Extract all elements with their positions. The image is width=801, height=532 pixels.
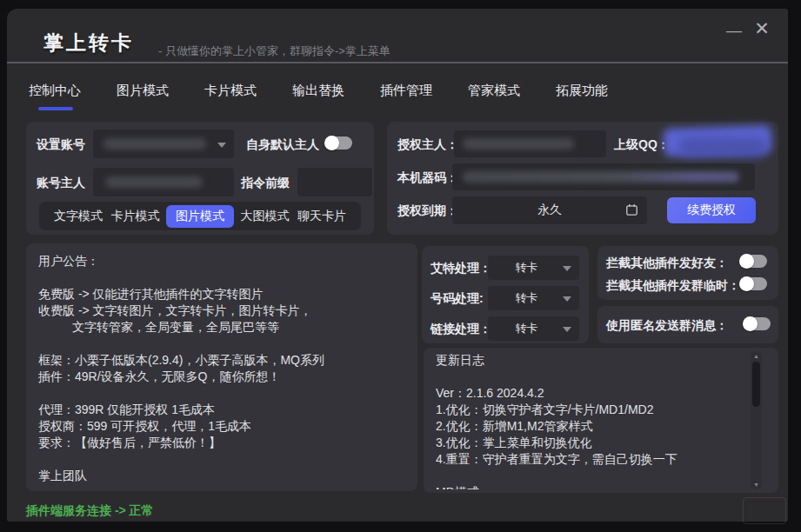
scroll-up-icon[interactable]: ▲: [751, 353, 762, 359]
chevron-down-icon: [563, 327, 571, 332]
processing-panel: 艾特处理： 转卡 号码处理: 转卡 链接处理： 转卡: [422, 246, 589, 343]
tab-label: 控制中心: [29, 83, 81, 97]
announcement-text: 用户公告： 免费版 -> 仅能进行其他插件的文字转图片 收费版 -> 文字转图片…: [38, 253, 409, 488]
tab-bar: 控制中心 图片模式 卡片模式 输出替换 插件管理 管家模式 拓展功能: [29, 83, 608, 112]
chevron-down-icon: [563, 266, 571, 271]
tab-label: 输出替换: [292, 83, 344, 97]
close-button[interactable]: ✕: [750, 16, 774, 42]
account-settings-panel: 设置账号 自身默认主人 账号主人 指令前缀 文字模式 卡片模式 图片模式 大图模…: [26, 122, 374, 235]
link-processing-value: 转卡: [516, 321, 538, 336]
tab-plugin-manage[interactable]: 插件管理: [380, 83, 432, 112]
tab-card-mode[interactable]: 卡片模式: [204, 83, 257, 112]
tab-image-mode[interactable]: 图片模式: [117, 83, 169, 112]
tab-label: 插件管理: [380, 83, 432, 97]
auth-owner-field[interactable]: [454, 130, 606, 157]
changelog-text: 更新日志 Ver：2.1.6 2024.4.2 1.优化：切换守护者文字/卡片/…: [436, 352, 747, 489]
number-processing-select[interactable]: 转卡: [488, 286, 579, 310]
at-processing-row: 艾特处理： 转卡: [422, 256, 589, 280]
intercept-group-temp-toggle[interactable]: [741, 277, 767, 290]
link-processing-row: 链接处理： 转卡: [422, 316, 589, 341]
at-processing-select[interactable]: 转卡: [488, 256, 579, 280]
at-processing-value: 转卡: [516, 260, 538, 276]
mode-bigimage[interactable]: 大图模式: [239, 205, 291, 228]
app-window: 掌上转卡 - 只做懂你的掌上小管家，群聊指令->掌上菜单 — ✕ 控制中心 图片…: [7, 9, 788, 522]
titlebar-divider: [7, 62, 788, 63]
anonymous-msg-label: 使用匿名发送群消息：: [606, 318, 728, 334]
chevron-down-icon: [217, 143, 226, 148]
tab-control-center[interactable]: 控制中心: [29, 83, 81, 112]
link-processing-label: 链接处理：: [431, 322, 491, 337]
anonymous-msg-toggle[interactable]: [744, 317, 771, 330]
intercept-switches-panel: 拦截其他插件发好友： 拦截其他插件发群临时：: [597, 246, 778, 300]
connection-status: 插件端服务连接 -> 正常: [26, 503, 154, 519]
tab-label: 图片模式: [117, 83, 169, 97]
number-processing-label: 号码处理:: [431, 291, 484, 307]
anonymous-switch-panel: 使用匿名发送群消息：: [597, 306, 778, 343]
renew-license-button[interactable]: 续费授权: [667, 197, 756, 223]
mode-text[interactable]: 文字模式: [52, 205, 104, 228]
self-default-owner-toggle[interactable]: [326, 136, 352, 150]
user-announcement-panel: 用户公告： 免费版 -> 仅能进行其他插件的文字转图片 收费版 -> 文字转图片…: [26, 243, 417, 491]
auth-owner-label: 授权主人：: [397, 137, 458, 153]
command-prefix-input[interactable]: [297, 168, 372, 196]
number-processing-row: 号码处理: 转卡: [422, 286, 589, 310]
faint-artifact-box: [743, 497, 786, 524]
self-default-owner-label: 自身默认主人: [246, 137, 319, 153]
redacted-account-value: [103, 138, 206, 150]
parent-qq-label: 上级QQ：: [614, 137, 670, 153]
number-processing-value: 转卡: [516, 290, 538, 306]
set-account-label: 设置账号: [37, 137, 85, 153]
scroll-down-icon[interactable]: ▼: [751, 482, 762, 488]
tab-extensions[interactable]: 拓展功能: [556, 83, 608, 112]
license-panel: 授权主人： 上级QQ： 本机器码： 授权到期： 永久 续费授权: [387, 122, 778, 235]
mode-image[interactable]: 图片模式: [166, 205, 234, 228]
account-owner-label: 账号主人: [37, 176, 85, 191]
tab-housekeeper-mode[interactable]: 管家模式: [468, 83, 520, 112]
at-processing-label: 艾特处理：: [431, 261, 491, 276]
redacted-parent-qq-2: [679, 137, 766, 156]
tab-label: 卡片模式: [204, 83, 257, 97]
account-owner-input[interactable]: [93, 168, 234, 196]
expire-label: 授权到期：: [397, 203, 458, 219]
parent-qq-field[interactable]: [664, 123, 773, 160]
redacted-machine-code: [463, 171, 739, 183]
mode-switcher: 文字模式 卡片模式 图片模式 大图模式 聊天卡片: [39, 202, 361, 230]
redacted-auth-owner: [463, 138, 574, 150]
machine-code-field[interactable]: [452, 163, 755, 190]
link-processing-select[interactable]: 转卡: [488, 316, 579, 341]
expire-date-field[interactable]: 永久: [452, 196, 647, 224]
mode-chatcard[interactable]: 聊天卡片: [296, 205, 348, 228]
changelog-panel: 更新日志 Ver：2.1.6 2024.4.2 1.优化：切换守护者文字/卡片/…: [424, 348, 778, 493]
intercept-friend-toggle[interactable]: [741, 255, 767, 268]
close-icon: ✕: [754, 18, 770, 39]
app-title: 掌上转卡: [43, 30, 134, 57]
app-subtitle: - 只做懂你的掌上小管家，群聊指令->掌上菜单: [158, 43, 390, 59]
intercept-group-temp-label: 拦截其他插件发群临时：: [606, 278, 740, 294]
mode-card[interactable]: 卡片模式: [110, 205, 162, 228]
tab-output-replace[interactable]: 输出替换: [292, 83, 344, 112]
machine-code-label: 本机器码：: [397, 170, 458, 186]
tab-label: 管家模式: [468, 83, 520, 97]
account-select[interactable]: [93, 130, 234, 158]
command-prefix-label: 指令前缀: [241, 176, 290, 191]
scrollbar-thumb[interactable]: [752, 362, 760, 407]
tab-label: 拓展功能: [556, 83, 608, 97]
chevron-down-icon: [563, 296, 571, 302]
active-tab-underline: [38, 107, 73, 110]
expire-value: 永久: [537, 203, 562, 218]
redacted-owner-value: [105, 176, 203, 188]
changelog-scrollbar[interactable]: ▲ ▼: [751, 351, 762, 489]
intercept-friend-label: 拦截其他插件发好友：: [606, 256, 728, 271]
calendar-icon[interactable]: [625, 203, 638, 216]
minimize-button[interactable]: —: [722, 17, 746, 43]
minimize-icon: —: [726, 22, 742, 40]
